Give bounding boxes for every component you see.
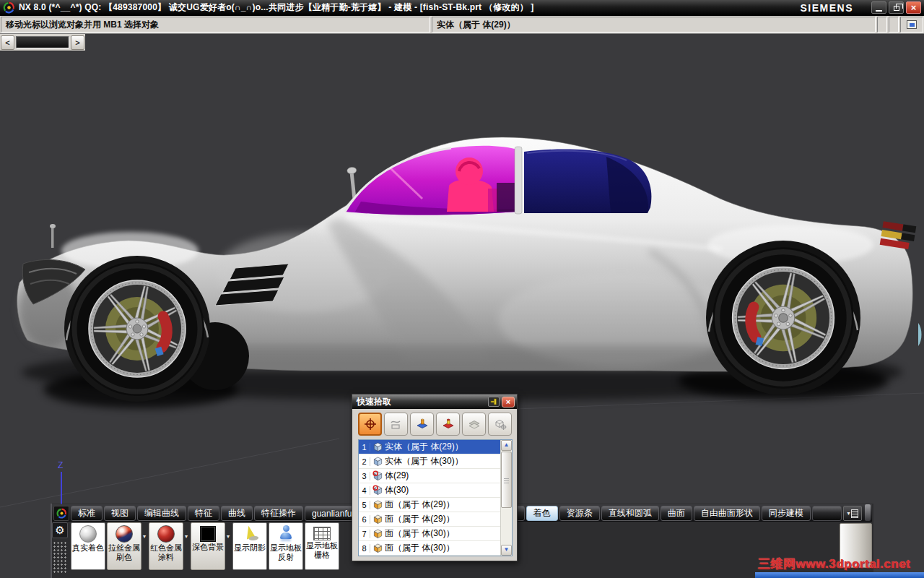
pin-button[interactable] bbox=[488, 397, 500, 407]
quick-pick-row[interactable]: 7 面（属于 体(30)） bbox=[359, 527, 500, 541]
button-label: 红色金属涂料 bbox=[150, 543, 182, 562]
toolbar-tab[interactable]: 标准 bbox=[71, 506, 103, 521]
nx-tab-logo bbox=[53, 506, 69, 521]
toolbar-tab[interactable]: 自由曲面形状 bbox=[694, 506, 760, 521]
quick-pick-scrollbar[interactable]: ▲ ▼ bbox=[500, 440, 512, 556]
render-button-unit: 拉丝金属刷色 ▾ bbox=[107, 522, 147, 570]
dialog-close-button[interactable]: × bbox=[502, 397, 515, 407]
toolbar-tab[interactable]: 视图 bbox=[104, 506, 136, 521]
body-feature-filter-button[interactable] bbox=[436, 413, 460, 436]
quick-pick-row[interactable]: 5 面（属于 体(29)） bbox=[359, 498, 500, 512]
view-nav-widget: < > bbox=[0, 34, 85, 51]
tab-label: 直线和圆弧 bbox=[609, 507, 652, 519]
render-toolbar-button[interactable]: 拉丝金属刷色 bbox=[107, 522, 141, 570]
toolbar-drag-handle[interactable] bbox=[52, 540, 68, 574]
quick-pick-row[interactable]: 1 实体（属于 体(29)） bbox=[359, 440, 500, 454]
toolbar-tab[interactable]: 编辑曲线 bbox=[137, 506, 186, 521]
sheet-bodies-filter-button[interactable] bbox=[462, 413, 486, 436]
row-number: 3 bbox=[359, 472, 370, 480]
row-number: 5 bbox=[359, 501, 370, 509]
status-spacer bbox=[889, 17, 899, 33]
wireframe-filter-button[interactable] bbox=[488, 413, 512, 436]
floor-grid-icon bbox=[313, 527, 331, 540]
nx-swirl-icon bbox=[56, 508, 67, 519]
scroll-down-button[interactable]: ▼ bbox=[501, 545, 512, 556]
toolbar-tab[interactable]: 特征操作 bbox=[254, 506, 303, 521]
quick-pick-titlebar[interactable]: 快速拾取 × bbox=[352, 394, 517, 409]
toolbar-tab[interactable]: 曲面 bbox=[661, 506, 692, 521]
solid-feature-filter-button[interactable] bbox=[410, 413, 434, 436]
all-objects-target-icon bbox=[364, 418, 377, 431]
body-feature-filter-icon bbox=[442, 418, 455, 431]
body-icon bbox=[370, 485, 385, 496]
button-label: 深色背景 bbox=[192, 543, 224, 552]
toolbar-tab[interactable]: 直线和圆弧 bbox=[601, 506, 659, 521]
render-button-unit: 深色背景 ▾ bbox=[191, 522, 231, 570]
quick-pick-row[interactable]: 6 面（属于 体(29)） bbox=[359, 512, 500, 527]
render-toolbar-button[interactable]: 显示地板反射 bbox=[269, 522, 303, 570]
toolbar-tab[interactable]: 着色 bbox=[526, 506, 558, 521]
prompt-message: 移动光标以浏览对象并用 MB1 选择对象 bbox=[1, 17, 430, 33]
nav-forward-button[interactable]: > bbox=[71, 35, 84, 50]
toolbar-tab[interactable]: 同步建模 bbox=[762, 506, 811, 521]
tab-label: 标准 bbox=[78, 507, 95, 519]
toolbar-list-icon bbox=[851, 509, 858, 518]
row-number: 8 bbox=[359, 544, 370, 553]
quick-pick-row[interactable]: 3 体(29) bbox=[359, 469, 500, 483]
nav-back-button[interactable]: < bbox=[1, 35, 14, 50]
quick-pick-row[interactable]: 8 面（属于 体(30)） bbox=[359, 541, 500, 556]
button-label: 拉丝金属刷色 bbox=[108, 543, 140, 562]
tab-label: 特征 bbox=[195, 507, 212, 519]
solid-icon bbox=[370, 441, 385, 452]
status-spacer bbox=[877, 17, 887, 33]
sheet-bodies-filter-icon bbox=[468, 418, 481, 431]
title-bar: NX 8.0 (*^__^*) QQ: 【489387000】 诚交UG爱好者o… bbox=[0, 0, 924, 16]
button-label: 显示地板反射 bbox=[270, 543, 302, 562]
scrollbar-thumb[interactable] bbox=[501, 452, 512, 508]
render-toolbar-button[interactable]: 显示阴影 bbox=[232, 522, 267, 570]
tab-bar-endcap bbox=[865, 504, 871, 521]
render-toolbar-button[interactable]: 红色金属涂料 bbox=[149, 522, 183, 570]
dropdown-arrow-icon[interactable]: ▾ bbox=[185, 533, 188, 540]
close-button[interactable]: × bbox=[906, 1, 921, 14]
row-number: 4 bbox=[359, 486, 370, 495]
button-label: 显示地板栅格 bbox=[306, 541, 338, 560]
restore-icon bbox=[894, 6, 899, 11]
wireframe-filter-icon bbox=[494, 418, 507, 431]
nx-logo-icon bbox=[3, 1, 15, 14]
render-toolbar-button[interactable]: 显示地板栅格 bbox=[305, 522, 339, 570]
toolbar-tab[interactable]: 曲线 bbox=[221, 506, 253, 521]
toolbar-settings-button[interactable]: ⚙ bbox=[52, 522, 68, 538]
rear-wheel bbox=[712, 247, 853, 388]
quick-pick-row[interactable]: 2 实体（属于 体(30)） bbox=[359, 454, 500, 469]
quick-pick-row[interactable]: 4 体(30) bbox=[359, 483, 500, 498]
minimize-button[interactable] bbox=[871, 1, 886, 14]
curves-filter-icon bbox=[390, 418, 403, 431]
nav-history-field[interactable] bbox=[16, 36, 69, 48]
restore-button[interactable] bbox=[889, 1, 904, 14]
siemens-logo: SIEMENS bbox=[800, 2, 853, 14]
dropdown-arrow-icon[interactable]: ▾ bbox=[227, 533, 230, 540]
row-label: 面（属于 体(29)） bbox=[385, 499, 455, 511]
tab-label: 编辑曲线 bbox=[144, 507, 179, 519]
toolbar-tab[interactable]: 特征 bbox=[188, 506, 219, 521]
render-toolbar-button[interactable]: 真实着色 bbox=[71, 522, 105, 570]
row-label: 面（属于 体(30)） bbox=[385, 542, 455, 554]
scrollbar-track[interactable] bbox=[501, 451, 512, 545]
fit-view-button[interactable] bbox=[900, 17, 923, 33]
curves-filter-button[interactable] bbox=[384, 413, 408, 436]
scroll-up-button[interactable]: ▲ bbox=[501, 440, 512, 451]
pin-icon bbox=[490, 398, 497, 405]
solid-icon bbox=[370, 456, 385, 467]
window-title: NX 8.0 (*^__^*) QQ: 【489387000】 诚交UG爱好者o… bbox=[19, 1, 794, 14]
solid-feature-filter-icon bbox=[416, 418, 429, 431]
dropdown-arrow-icon[interactable]: ▾ bbox=[143, 533, 146, 540]
render-toolbar-button[interactable]: 深色背景 bbox=[191, 522, 225, 570]
face-icon bbox=[370, 499, 385, 510]
prompt-bar: 移动光标以浏览对象并用 MB1 选择对象 实体（属于 体(29)） bbox=[0, 16, 924, 34]
all-objects-target-button[interactable] bbox=[358, 413, 382, 436]
toolbar-tab[interactable]: 资源条 bbox=[559, 506, 600, 521]
button-label: 真实着色 bbox=[72, 543, 104, 553]
front-antenna bbox=[51, 228, 54, 248]
toolbar-overflow-button[interactable]: ▾ bbox=[843, 506, 862, 521]
